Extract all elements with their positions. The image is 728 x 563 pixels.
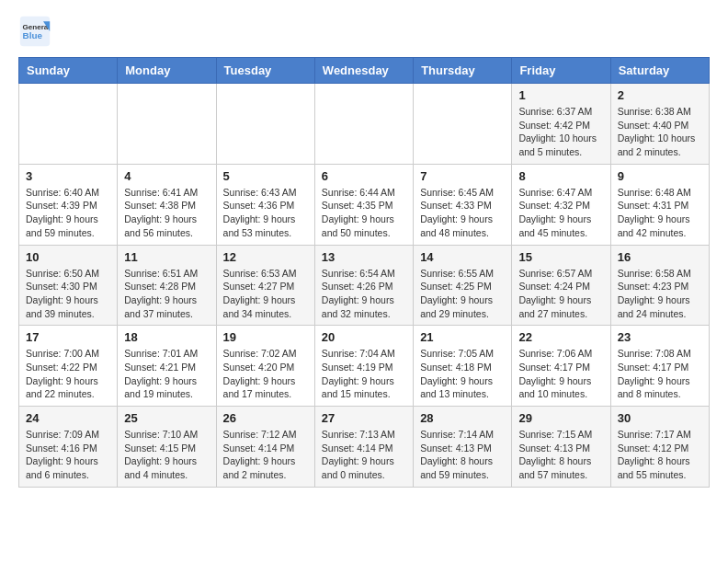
day-number: 12: [223, 250, 308, 264]
day-cell: 26Sunrise: 7:12 AM Sunset: 4:14 PM Dayli…: [216, 407, 314, 488]
logo: General Blue: [18, 15, 55, 48]
day-cell: 5Sunrise: 6:43 AM Sunset: 4:36 PM Daylig…: [216, 164, 314, 245]
day-cell: 10Sunrise: 6:50 AM Sunset: 4:30 PM Dayli…: [19, 245, 118, 326]
day-number: 13: [322, 250, 406, 264]
day-number: 6: [322, 169, 406, 183]
week-row-2: 3Sunrise: 6:40 AM Sunset: 4:39 PM Daylig…: [19, 164, 710, 245]
header: General Blue: [18, 15, 710, 48]
day-detail: Sunrise: 7:13 AM Sunset: 4:14 PM Dayligh…: [322, 428, 406, 482]
day-number: 2: [618, 88, 702, 102]
day-cell: 20Sunrise: 7:04 AM Sunset: 4:19 PM Dayli…: [314, 326, 413, 407]
day-number: 10: [26, 250, 110, 264]
day-detail: Sunrise: 7:08 AM Sunset: 4:17 PM Dayligh…: [618, 347, 702, 401]
day-number: 21: [420, 330, 505, 344]
day-number: 30: [618, 411, 702, 425]
day-number: 4: [124, 169, 209, 183]
day-number: 19: [223, 330, 308, 344]
day-number: 27: [322, 411, 406, 425]
day-number: 1: [518, 88, 603, 102]
day-detail: Sunrise: 7:10 AM Sunset: 4:15 PM Dayligh…: [124, 428, 209, 482]
day-cell: 28Sunrise: 7:14 AM Sunset: 4:13 PM Dayli…: [414, 407, 512, 488]
day-detail: Sunrise: 6:44 AM Sunset: 4:35 PM Dayligh…: [322, 186, 406, 240]
day-header-friday: Friday: [512, 58, 610, 84]
day-detail: Sunrise: 7:12 AM Sunset: 4:14 PM Dayligh…: [223, 428, 308, 482]
day-number: 3: [26, 169, 110, 183]
day-number: 7: [420, 169, 505, 183]
day-detail: Sunrise: 6:53 AM Sunset: 4:27 PM Dayligh…: [223, 267, 308, 321]
day-number: 11: [124, 250, 209, 264]
day-cell: [118, 84, 216, 165]
day-detail: Sunrise: 6:41 AM Sunset: 4:38 PM Dayligh…: [124, 186, 209, 240]
calendar-table: SundayMondayTuesdayWednesdayThursdayFrid…: [18, 57, 710, 488]
day-detail: Sunrise: 6:43 AM Sunset: 4:36 PM Dayligh…: [223, 186, 308, 240]
day-cell: 1Sunrise: 6:37 AM Sunset: 4:42 PM Daylig…: [512, 84, 610, 165]
day-detail: Sunrise: 6:54 AM Sunset: 4:26 PM Dayligh…: [322, 267, 406, 321]
day-detail: Sunrise: 6:50 AM Sunset: 4:30 PM Dayligh…: [26, 267, 110, 321]
day-detail: Sunrise: 6:47 AM Sunset: 4:32 PM Dayligh…: [518, 186, 603, 240]
day-cell: [414, 84, 512, 165]
week-row-1: 1Sunrise: 6:37 AM Sunset: 4:42 PM Daylig…: [19, 84, 710, 165]
day-number: 8: [518, 169, 603, 183]
day-header-monday: Monday: [118, 58, 216, 84]
day-cell: [19, 84, 118, 165]
day-header-tuesday: Tuesday: [216, 58, 314, 84]
day-detail: Sunrise: 7:14 AM Sunset: 4:13 PM Dayligh…: [420, 428, 505, 482]
day-cell: 11Sunrise: 6:51 AM Sunset: 4:28 PM Dayli…: [118, 245, 216, 326]
day-detail: Sunrise: 7:17 AM Sunset: 4:12 PM Dayligh…: [618, 428, 702, 482]
week-row-4: 17Sunrise: 7:00 AM Sunset: 4:22 PM Dayli…: [19, 326, 710, 407]
day-cell: 29Sunrise: 7:15 AM Sunset: 4:13 PM Dayli…: [512, 407, 610, 488]
day-detail: Sunrise: 6:45 AM Sunset: 4:33 PM Dayligh…: [420, 186, 505, 240]
day-number: 29: [518, 411, 603, 425]
day-number: 15: [518, 250, 603, 264]
day-cell: 30Sunrise: 7:17 AM Sunset: 4:12 PM Dayli…: [610, 407, 709, 488]
day-cell: 7Sunrise: 6:45 AM Sunset: 4:33 PM Daylig…: [414, 164, 512, 245]
day-cell: 23Sunrise: 7:08 AM Sunset: 4:17 PM Dayli…: [610, 326, 709, 407]
day-number: 24: [26, 411, 110, 425]
day-cell: 13Sunrise: 6:54 AM Sunset: 4:26 PM Dayli…: [314, 245, 413, 326]
day-cell: 9Sunrise: 6:48 AM Sunset: 4:31 PM Daylig…: [610, 164, 709, 245]
day-cell: 24Sunrise: 7:09 AM Sunset: 4:16 PM Dayli…: [19, 407, 118, 488]
day-detail: Sunrise: 7:02 AM Sunset: 4:20 PM Dayligh…: [223, 347, 308, 401]
page-container: General Blue SundayMondayTuesdayWednesda…: [0, 0, 728, 502]
day-cell: 27Sunrise: 7:13 AM Sunset: 4:14 PM Dayli…: [314, 407, 413, 488]
day-cell: 4Sunrise: 6:41 AM Sunset: 4:38 PM Daylig…: [118, 164, 216, 245]
day-cell: 25Sunrise: 7:10 AM Sunset: 4:15 PM Dayli…: [118, 407, 216, 488]
header-row: SundayMondayTuesdayWednesdayThursdayFrid…: [19, 58, 710, 84]
day-number: 23: [618, 330, 702, 344]
day-number: 9: [618, 169, 702, 183]
day-detail: Sunrise: 7:05 AM Sunset: 4:18 PM Dayligh…: [420, 347, 505, 401]
day-detail: Sunrise: 7:01 AM Sunset: 4:21 PM Dayligh…: [124, 347, 209, 401]
day-header-wednesday: Wednesday: [314, 58, 413, 84]
day-detail: Sunrise: 7:09 AM Sunset: 4:16 PM Dayligh…: [26, 428, 110, 482]
day-detail: Sunrise: 6:57 AM Sunset: 4:24 PM Dayligh…: [518, 267, 603, 321]
day-number: 26: [223, 411, 308, 425]
week-row-5: 24Sunrise: 7:09 AM Sunset: 4:16 PM Dayli…: [19, 407, 710, 488]
day-cell: 8Sunrise: 6:47 AM Sunset: 4:32 PM Daylig…: [512, 164, 610, 245]
day-detail: Sunrise: 6:48 AM Sunset: 4:31 PM Dayligh…: [618, 186, 702, 240]
day-cell: 14Sunrise: 6:55 AM Sunset: 4:25 PM Dayli…: [414, 245, 512, 326]
day-cell: 19Sunrise: 7:02 AM Sunset: 4:20 PM Dayli…: [216, 326, 314, 407]
day-number: 28: [420, 411, 505, 425]
svg-text:Blue: Blue: [23, 30, 43, 40]
day-header-thursday: Thursday: [414, 58, 512, 84]
day-detail: Sunrise: 6:51 AM Sunset: 4:28 PM Dayligh…: [124, 267, 209, 321]
day-detail: Sunrise: 6:38 AM Sunset: 4:40 PM Dayligh…: [618, 105, 702, 159]
day-cell: 18Sunrise: 7:01 AM Sunset: 4:21 PM Dayli…: [118, 326, 216, 407]
day-cell: 21Sunrise: 7:05 AM Sunset: 4:18 PM Dayli…: [414, 326, 512, 407]
day-detail: Sunrise: 7:04 AM Sunset: 4:19 PM Dayligh…: [322, 347, 406, 401]
day-cell: 15Sunrise: 6:57 AM Sunset: 4:24 PM Dayli…: [512, 245, 610, 326]
day-detail: Sunrise: 6:58 AM Sunset: 4:23 PM Dayligh…: [618, 267, 702, 321]
day-cell: 3Sunrise: 6:40 AM Sunset: 4:39 PM Daylig…: [19, 164, 118, 245]
day-detail: Sunrise: 7:06 AM Sunset: 4:17 PM Dayligh…: [518, 347, 603, 401]
day-detail: Sunrise: 6:40 AM Sunset: 4:39 PM Dayligh…: [26, 186, 110, 240]
day-number: 22: [518, 330, 603, 344]
day-detail: Sunrise: 7:15 AM Sunset: 4:13 PM Dayligh…: [518, 428, 603, 482]
day-cell: [314, 84, 413, 165]
day-cell: 6Sunrise: 6:44 AM Sunset: 4:35 PM Daylig…: [314, 164, 413, 245]
day-cell: 16Sunrise: 6:58 AM Sunset: 4:23 PM Dayli…: [610, 245, 709, 326]
day-cell: 22Sunrise: 7:06 AM Sunset: 4:17 PM Dayli…: [512, 326, 610, 407]
day-number: 5: [223, 169, 308, 183]
day-number: 18: [124, 330, 209, 344]
day-cell: 12Sunrise: 6:53 AM Sunset: 4:27 PM Dayli…: [216, 245, 314, 326]
week-row-3: 10Sunrise: 6:50 AM Sunset: 4:30 PM Dayli…: [19, 245, 710, 326]
